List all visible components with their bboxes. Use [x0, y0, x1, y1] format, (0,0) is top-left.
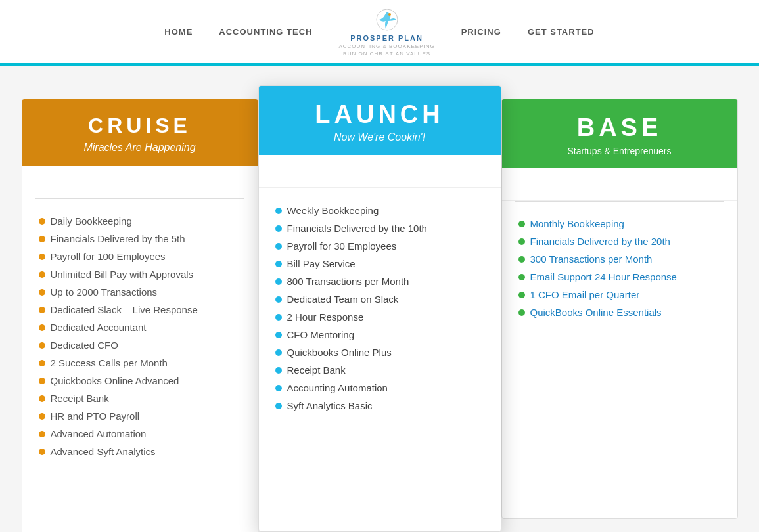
feature-text: CFO Mentoring [287, 329, 355, 340]
list-item: Financials Delivered by the 5th [39, 230, 241, 248]
feature-text: Unlimited Bill Pay with Approvals [51, 269, 194, 280]
launch-title: LAUNCH [272, 100, 488, 129]
bullet-icon [275, 332, 282, 338]
feature-text: Dedicated Accountant [51, 322, 147, 333]
list-item: 2 Hour Response [275, 308, 484, 326]
list-item: 800 Transactions per Month [275, 273, 484, 290]
feature-text: Dedicated Team on Slack [287, 294, 399, 305]
feature-text: 2 Hour Response [287, 311, 364, 322]
pricing-section: CRUISE Miracles Are Happening Daily Book… [0, 66, 759, 532]
feature-text: Financials Delivered by the 5th [51, 233, 185, 244]
list-item: Quickbooks Online Plus [275, 344, 484, 361]
logo-name: PROSPER PLAN [350, 34, 423, 42]
list-item: Payroll for 100 Employees [39, 248, 241, 265]
bullet-icon [39, 254, 45, 260]
list-item: Monthly Bookkeeping [518, 215, 721, 233]
launch-subtitle: Now We're Cookin'! [272, 131, 488, 143]
bullet-icon [518, 274, 525, 280]
cruise-card-header: CRUISE Miracles Are Happening [22, 99, 258, 166]
nav-logo: PROSPER PLAN ACCOUNTING & BOOKKEEPING RU… [338, 7, 434, 56]
list-item: Weekly Bookkeeping [275, 202, 484, 219]
bullet-icon [39, 378, 45, 384]
bullet-icon [275, 278, 282, 285]
cruise-title: CRUISE [35, 114, 244, 138]
bullet-icon [275, 225, 282, 232]
list-item: Dedicated Team on Slack [275, 290, 484, 308]
feature-text: Quickbooks Online Advanced [51, 375, 179, 386]
logo-sub: RUN ON CHRISTIAN VALUES [343, 51, 430, 56]
feature-text: 800 Transactions per Month [287, 276, 409, 287]
feature-text: 2 Success Calls per Month [51, 357, 168, 368]
feature-text: Advanced Automation [51, 428, 147, 439]
list-item: Unlimited Bill Pay with Approvals [39, 265, 241, 283]
feature-text: 1 CFO Email per Quarter [530, 289, 640, 300]
feature-text: HR and PTO Payroll [51, 410, 140, 422]
bullet-icon [39, 218, 45, 225]
list-item: HR and PTO Payroll [39, 407, 241, 425]
bullet-icon [518, 238, 525, 245]
list-item: Email Support 24 Hour Response [518, 268, 721, 286]
bullet-icon [275, 403, 282, 409]
nav-accounting-tech-link[interactable]: ACCOUNTING TECH [219, 27, 312, 37]
bullet-icon [275, 296, 282, 303]
bullet-icon [39, 236, 45, 242]
feature-text: Dedicated CFO [51, 340, 118, 351]
bullet-icon [275, 367, 282, 374]
list-item: Payroll for 30 Employees [275, 237, 484, 255]
feature-text: Weekly Bookkeeping [287, 205, 379, 216]
feature-text: Bill Pay Service [287, 258, 356, 269]
list-item: Syft Analytics Basic [275, 397, 484, 414]
logo-bird-icon [374, 7, 400, 33]
bullet-icon [39, 271, 45, 278]
feature-text: Receipt Bank [51, 393, 109, 404]
logo-tagline: ACCOUNTING & BOOKKEEPING [338, 43, 434, 49]
list-item: Financials Delivered by the 10th [275, 219, 484, 237]
base-card-header: BASE Startups & Entreprenuers [502, 99, 737, 168]
list-item: QuickBooks Online Essentials [518, 303, 721, 321]
feature-text: Financials Delivered by the 20th [530, 236, 670, 247]
feature-text: QuickBooks Online Essentials [530, 307, 662, 318]
feature-text: 300 Transactions per Month [530, 254, 653, 265]
nav-pricing-link[interactable]: PRICING [461, 27, 501, 37]
bullet-icon [275, 349, 282, 356]
launch-features-list: Weekly Bookkeeping Financials Delivered … [259, 188, 501, 434]
cruise-card: CRUISE Miracles Are Happening Daily Book… [22, 99, 258, 532]
list-item: 300 Transactions per Month [518, 250, 721, 268]
list-item: Daily Bookkeeping [39, 212, 241, 230]
feature-text: Accounting Automation [287, 382, 388, 393]
bullet-icon [39, 289, 45, 296]
cruise-subtitle: Miracles Are Happening [35, 142, 244, 154]
list-item: 1 CFO Email per Quarter [518, 286, 721, 303]
svg-point-1 [388, 13, 391, 16]
list-item: Dedicated Slack – Live Response [39, 301, 241, 319]
bullet-icon [275, 385, 282, 391]
list-item: Financials Delivered by the 20th [518, 233, 721, 250]
bullet-icon [39, 395, 45, 402]
nav-home-link[interactable]: HOME [164, 27, 193, 37]
list-item: Advanced Automation [39, 425, 241, 443]
launch-price-area [259, 155, 501, 188]
feature-text: Email Support 24 Hour Response [530, 271, 677, 282]
list-item: Advanced Syft Analytics [39, 443, 241, 460]
feature-text: Payroll for 30 Employees [287, 240, 397, 252]
list-item: Quickbooks Online Advanced [39, 372, 241, 389]
feature-text: Advanced Syft Analytics [51, 446, 156, 457]
feature-text: Payroll for 100 Employees [51, 251, 166, 262]
bullet-icon [275, 261, 282, 267]
nav-get-started-link[interactable]: GET STARTED [528, 27, 595, 37]
main-nav: HOME ACCOUNTING TECH PROSPER PLAN ACCOUN… [0, 0, 759, 66]
bullet-icon [39, 431, 45, 437]
feature-text: Monthly Bookkeeping [530, 218, 624, 229]
bullet-icon [518, 221, 525, 227]
feature-text: Up to 2000 Transactions [51, 286, 158, 298]
base-card: BASE Startups & Entreprenuers Monthly Bo… [501, 99, 738, 519]
bullet-icon [39, 307, 45, 313]
list-item: 2 Success Calls per Month [39, 354, 241, 372]
launch-card: LAUNCH Now We're Cookin'! Weekly Bookkee… [258, 85, 501, 532]
bullet-icon [39, 360, 45, 366]
list-item: CFO Mentoring [275, 326, 484, 344]
list-item: Up to 2000 Transactions [39, 283, 241, 301]
pricing-cards-wrapper: CRUISE Miracles Are Happening Daily Book… [20, 85, 739, 532]
bullet-icon [275, 208, 282, 214]
bullet-icon [275, 243, 282, 250]
